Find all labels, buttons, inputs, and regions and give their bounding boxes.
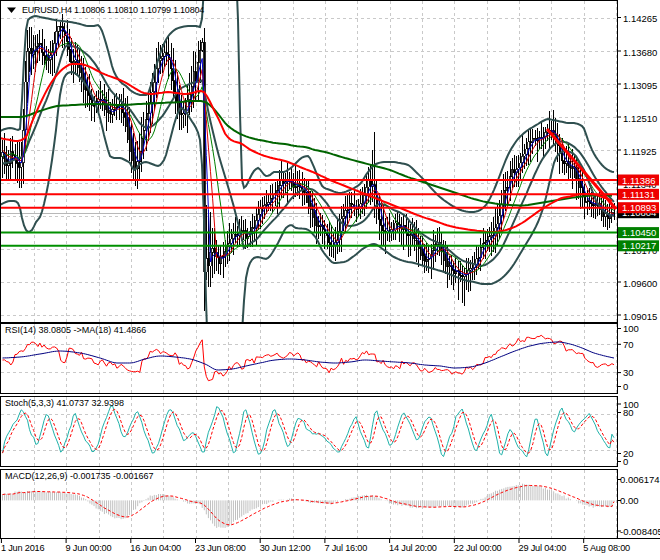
svg-text:1.11925: 1.11925 [623,146,657,157]
svg-text:1.09015: 1.09015 [623,311,657,322]
svg-text:23 Jun 08:00: 23 Jun 08:00 [195,543,246,553]
svg-text:30: 30 [623,367,634,378]
svg-text:22 Jul 00:00: 22 Jul 00:00 [454,543,502,553]
svg-text:1.10893: 1.10893 [622,202,656,213]
svg-text:0: 0 [623,456,628,467]
svg-text:30 Jun 12:00: 30 Jun 12:00 [260,543,311,553]
svg-text:16 Jun 04:00: 16 Jun 04:00 [130,543,181,553]
svg-text:1.13680: 1.13680 [623,47,657,58]
svg-text:80: 80 [623,407,634,418]
svg-text:1.11131: 1.11131 [622,189,655,200]
svg-text:5 Aug 08:00: 5 Aug 08:00 [583,543,630,553]
svg-text:14 Jul 20:00: 14 Jul 20:00 [389,543,437,553]
svg-text:1.14265: 1.14265 [623,13,657,24]
svg-text:MACD(12,26,9) -0.001735 -0.001: MACD(12,26,9) -0.001735 -0.001667 [5,471,154,481]
svg-text:1.10217: 1.10217 [622,240,656,251]
svg-text:70: 70 [623,339,634,350]
svg-text:29 Jul 04:00: 29 Jul 04:00 [519,543,567,553]
svg-text:1 Jun 2016: 1 Jun 2016 [1,543,45,553]
svg-text:9 Jun 00:00: 9 Jun 00:00 [66,543,112,553]
svg-text:7 Jul 16:00: 7 Jul 16:00 [324,543,367,553]
svg-text:1.10450: 1.10450 [622,227,656,238]
svg-text:0.006174: 0.006174 [620,474,660,485]
svg-text:Stoch(5,3,3) 41.0737 32.9398: Stoch(5,3,3) 41.0737 32.9398 [5,398,124,408]
svg-text:EURUSD,H4 1.10806 1.10810 1.1: EURUSD,H4 1.10806 1.10810 1.10799 1.1080… [22,5,204,15]
svg-text:0: 0 [623,381,628,392]
svg-text:1.09600: 1.09600 [623,278,657,289]
svg-text:1.13095: 1.13095 [623,80,657,91]
svg-text:1.12510: 1.12510 [623,113,657,124]
svg-text:-0.008405: -0.008405 [620,526,660,537]
svg-text:0.00: 0.00 [620,495,639,506]
svg-text:1.11386: 1.11386 [622,175,656,186]
svg-text:100: 100 [623,323,639,334]
svg-text:RSI(14) 38.0805 ->MA(18) 41.4: RSI(14) 38.0805 ->MA(18) 41.4866 [5,325,146,335]
